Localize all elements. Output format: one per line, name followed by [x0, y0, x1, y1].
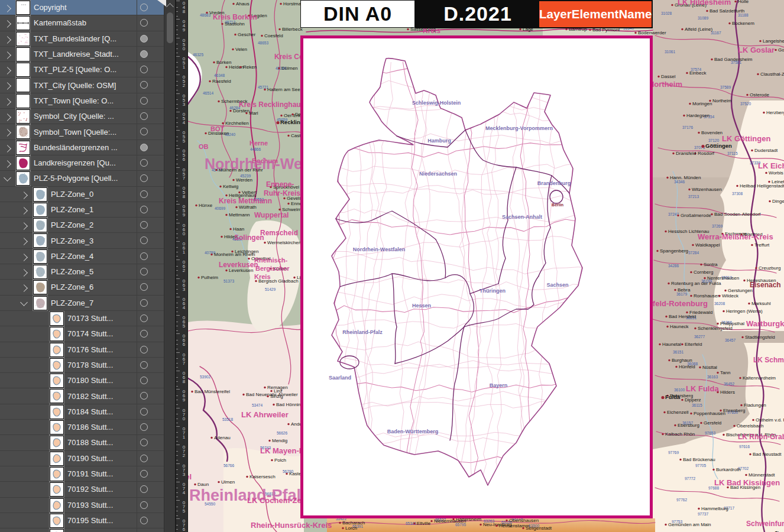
visibility-toggle[interactable]	[140, 501, 148, 509]
layer-row[interactable]: Symbol_City [Quelle: ...	[0, 109, 164, 124]
layer-row[interactable]: PLZ-Zone_4	[0, 249, 164, 264]
layer-row[interactable]: PLZ-Zone_0	[0, 187, 164, 202]
chevron-right-icon[interactable]	[4, 83, 11, 90]
visibility-toggle[interactable]	[140, 346, 148, 353]
layer-row[interactable]: TXT_Landkreise_Stadt...	[0, 47, 164, 62]
layer-row[interactable]: Kartenmaßstab	[0, 15, 164, 31]
svg-text:Nentershausen: Nentershausen	[707, 275, 739, 281]
layer-row[interactable]: 70178 Stutt...	[0, 358, 164, 373]
svg-text:Vulkaneifel: Vulkaneifel	[188, 472, 192, 481]
layer-row[interactable]: Symbol_Town [Quelle:...	[0, 124, 164, 140]
layer-row[interactable]: PLZ-Zone_6	[0, 280, 164, 295]
layer-row[interactable]: PLZ-Zone_7	[0, 296, 164, 311]
visibility-toggle[interactable]	[140, 144, 148, 151]
visibility-toggle[interactable]	[140, 19, 148, 27]
layers-scrollbar[interactable]	[164, 0, 175, 532]
svg-text:Saarland: Saarland	[329, 375, 351, 381]
chevron-right-icon[interactable]	[20, 269, 28, 277]
chevron-right-icon[interactable]	[4, 36, 11, 44]
visibility-toggle[interactable]	[140, 299, 148, 307]
scrollbar-thumb[interactable]	[167, 12, 173, 43]
visibility-toggle[interactable]	[140, 221, 148, 229]
layer-row[interactable]: PLZ-Zone_1	[0, 202, 164, 218]
chevron-down-icon[interactable]	[20, 299, 28, 306]
visibility-toggle[interactable]	[140, 314, 148, 322]
chevron-right-icon[interactable]	[4, 145, 11, 153]
layer-row[interactable]: 70182 Stutt...	[0, 388, 164, 404]
chevron-right-icon[interactable]	[4, 51, 11, 59]
layer-row[interactable]: TXT_City [Quelle: OSM]	[0, 77, 164, 93]
document-canvas[interactable]: 4868348712463254865346348482494572146514…	[188, 0, 784, 532]
layer-row[interactable]	[0, 528, 164, 532]
layer-row[interactable]: 70195 Stutt...	[0, 513, 164, 528]
visibility-toggle[interactable]	[140, 392, 148, 400]
layer-row[interactable]: 70190 Stutt...	[0, 451, 164, 466]
chevron-right-icon[interactable]	[4, 98, 11, 106]
layer-row[interactable]: PLZ-Zone_5	[0, 264, 164, 280]
chevron-right-icon[interactable]	[20, 284, 28, 292]
chevron-right-icon[interactable]	[4, 5, 11, 12]
layer-row[interactable]: 70176 Stutt...	[0, 342, 164, 358]
visibility-toggle[interactable]	[140, 517, 148, 524]
chevron-right-icon[interactable]	[4, 160, 11, 168]
chevron-right-icon[interactable]	[4, 20, 11, 28]
visibility-toggle[interactable]	[140, 206, 148, 213]
layer-row[interactable]: 70193 Stutt...	[0, 498, 164, 513]
layer-row[interactable]: 70173 Stutt...	[0, 311, 164, 326]
visibility-toggle[interactable]	[140, 283, 148, 291]
layer-row[interactable]: Copyright	[0, 0, 164, 15]
svg-text:Alfeld (Leine): Alfeld (Leine)	[685, 27, 712, 32]
chevron-right-icon[interactable]	[20, 254, 28, 261]
layer-row[interactable]: PLZ-Zone_2	[0, 218, 164, 233]
visibility-toggle[interactable]	[140, 190, 148, 198]
chevron-down-icon[interactable]	[4, 174, 11, 181]
layer-row[interactable]: 70186 Stutt...	[0, 420, 164, 435]
visibility-toggle[interactable]	[140, 35, 148, 43]
visibility-toggle[interactable]	[140, 439, 148, 446]
layer-row[interactable]: 70191 Stutt...	[0, 466, 164, 482]
visibility-toggle[interactable]	[140, 455, 148, 462]
visibility-toggle[interactable]	[140, 330, 148, 338]
visibility-toggle[interactable]	[140, 377, 148, 384]
visibility-toggle[interactable]	[140, 81, 148, 89]
layer-label: 70178 Stutt...	[67, 361, 113, 369]
visibility-toggle[interactable]	[140, 50, 148, 58]
chevron-right-icon[interactable]	[20, 222, 28, 230]
visibility-toggle[interactable]	[140, 423, 148, 431]
layer-row[interactable]: 70180 Stutt...	[0, 373, 164, 388]
chevron-right-icon[interactable]	[4, 113, 11, 121]
layer-row[interactable]: Landkreisgrenzen [Qu...	[0, 155, 164, 171]
visibility-toggle[interactable]	[140, 97, 148, 105]
layer-row[interactable]: 70174 Stutt...	[0, 326, 164, 342]
layer-row[interactable]: TXT_Town [Quelle: O...	[0, 93, 164, 109]
chevron-right-icon[interactable]	[20, 207, 28, 215]
chevron-right-icon[interactable]	[4, 129, 11, 137]
chevron-right-icon[interactable]	[20, 238, 28, 246]
chevron-right-icon[interactable]	[20, 192, 28, 199]
visibility-toggle[interactable]	[140, 128, 148, 135]
visibility-toggle[interactable]	[140, 361, 148, 369]
visibility-toggle[interactable]	[140, 159, 148, 167]
visibility-toggle[interactable]	[140, 252, 148, 260]
visibility-toggle[interactable]	[140, 174, 148, 182]
layer-row[interactable]: PLZ-Zone_3	[0, 233, 164, 248]
visibility-toggle[interactable]	[140, 470, 148, 478]
visibility-toggle[interactable]	[140, 408, 148, 416]
layer-row[interactable]: 70192 Stutt...	[0, 482, 164, 497]
svg-text:37115: 37115	[727, 151, 738, 155]
scroll-up-icon[interactable]	[166, 3, 174, 11]
visibility-toggle[interactable]	[140, 112, 148, 120]
layer-row[interactable]: TXT_PLZ-5 [Quelle: O...	[0, 62, 164, 77]
visibility-toggle[interactable]	[140, 485, 148, 493]
layer-row[interactable]: Bundesländergrenzen ...	[0, 140, 164, 155]
layer-row[interactable]: TXT_Bundesländer [Q...	[0, 31, 164, 47]
visibility-toggle[interactable]	[140, 66, 148, 73]
layer-row[interactable]: PLZ-5-Polygone [Quell...	[0, 171, 164, 186]
layer-row[interactable]: 70184 Stutt...	[0, 404, 164, 420]
ruler-label: 051	[180, 57, 187, 69]
visibility-toggle[interactable]	[140, 4, 148, 11]
visibility-toggle[interactable]	[140, 236, 148, 244]
visibility-toggle[interactable]	[140, 268, 148, 275]
layer-row[interactable]: 70188 Stutt...	[0, 435, 164, 450]
chevron-right-icon[interactable]	[4, 67, 11, 74]
